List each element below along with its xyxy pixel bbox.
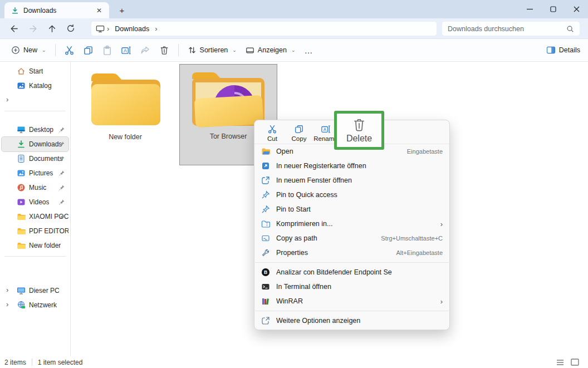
paste-button[interactable] — [98, 42, 117, 58]
search-icon — [566, 25, 574, 33]
sidebar-expand-chevron[interactable]: › — [2, 93, 68, 107]
sidebar-item-desktop[interactable]: Desktop — [2, 122, 68, 137]
search-box[interactable] — [442, 21, 580, 36]
circle-plus-icon — [11, 46, 20, 55]
back-button[interactable] — [4, 20, 23, 37]
menu-item-open-new-tab[interactable]: In neuer Registerkarte öffnen — [254, 159, 449, 173]
up-button[interactable] — [42, 20, 61, 37]
submenu-chevron-icon: › — [440, 220, 443, 228]
winrar-icon — [261, 297, 270, 306]
sort-button[interactable]: Sortieren⌄ — [183, 42, 241, 58]
refresh-button[interactable] — [61, 20, 80, 37]
sidebar-item-new-folder[interactable]: New folder — [2, 238, 68, 253]
chevron-right-icon[interactable]: › — [6, 300, 8, 308]
tab-close-icon[interactable]: ✕ — [94, 5, 105, 16]
computer-icon — [96, 25, 105, 33]
menu-item-bitdefender-scan[interactable]: B Analizar con Bitdefender Endpoint Se — [254, 265, 449, 279]
sidebar-item-documents[interactable]: Documents — [2, 151, 68, 166]
sidebar-item-downloads[interactable]: Downloads — [2, 137, 68, 151]
divider — [255, 311, 449, 311]
home-icon — [17, 67, 26, 76]
rename-button[interactable]: A — [117, 42, 136, 58]
submenu-chevron-icon: › — [440, 297, 443, 306]
search-input[interactable] — [448, 25, 566, 33]
open-new-window-icon — [261, 176, 270, 185]
copy-quick-action[interactable]: Copy — [286, 122, 312, 144]
menu-item-pin-start[interactable]: Pin to Start — [254, 202, 449, 217]
file-name: Tor Browser — [210, 133, 247, 140]
sidebar-item-xiaomi-poco[interactable]: XIAOMI POCO F — [2, 209, 68, 224]
bitdefender-icon: B — [261, 268, 270, 277]
sidebar-item-videos[interactable]: Videos — [2, 195, 68, 209]
menu-item-winrar[interactable]: WinRAR › — [254, 294, 449, 308]
sidebar-item-music[interactable]: Music — [2, 180, 68, 195]
pin-icon — [58, 184, 65, 191]
more-options-button[interactable]: … — [300, 42, 318, 58]
new-tab-button[interactable]: + — [115, 3, 129, 17]
delete-button[interactable] — [155, 42, 174, 58]
close-button[interactable] — [565, 0, 588, 18]
pin-icon — [58, 126, 65, 133]
menu-item-open-terminal[interactable]: In Terminal öffnen — [254, 279, 449, 294]
menu-item-compress[interactable]: Komprimieren in... › — [254, 217, 449, 231]
document-icon — [17, 154, 26, 163]
download-icon — [11, 7, 19, 14]
cut-button[interactable] — [60, 42, 79, 58]
menu-item-pin-quick-access[interactable]: Pin to Quick access — [254, 188, 449, 202]
rename-icon: A — [321, 124, 331, 134]
minimize-button[interactable] — [518, 0, 541, 18]
gallery-icon — [17, 81, 26, 90]
large-icons-view-toggle-icon[interactable] — [571, 359, 579, 366]
folder-icon — [17, 241, 26, 250]
chevron-right-icon: › — [6, 95, 8, 104]
pin-icon — [58, 141, 65, 148]
sidebar-item-dieser-pc[interactable]: › Dieser PC — [2, 283, 68, 298]
breadcrumb-chevron-icon: › — [107, 24, 109, 33]
sort-arrows-icon — [188, 46, 197, 55]
menu-item-open-new-window[interactable]: In neuem Fenster öffnen — [254, 173, 449, 188]
tab-downloads[interactable]: Downloads ✕ — [4, 2, 109, 18]
details-pane-button[interactable]: Details — [546, 46, 580, 54]
view-button[interactable]: Anzeigen⌄ — [241, 43, 300, 58]
chevron-down-icon: ⌄ — [232, 47, 237, 53]
svg-text:B: B — [264, 269, 267, 275]
svg-text:A: A — [124, 47, 127, 53]
sidebar-item-pdf-editor[interactable]: PDF EDITOR — [2, 224, 68, 238]
items-count: 2 items — [4, 359, 26, 366]
address-bar[interactable]: › Downloads › — [91, 21, 437, 36]
pin-icon — [58, 155, 65, 162]
pin-icon — [261, 190, 270, 199]
more-options-icon — [261, 316, 270, 325]
menu-item-copy-as-path[interactable]: Copy as path Strg+Umschalttaste+C — [254, 231, 449, 246]
pin-icon — [58, 199, 65, 205]
menu-item-properties[interactable]: Properties Alt+Eingabetaste — [254, 246, 449, 260]
sidebar-item-start[interactable]: Start — [2, 64, 68, 78]
chevron-down-icon: ⌄ — [42, 47, 46, 53]
new-button[interactable]: New⌄ — [7, 42, 51, 58]
details-pane-icon — [546, 46, 556, 54]
copy-icon — [294, 124, 304, 134]
chevron-right-icon[interactable]: › — [6, 286, 8, 294]
pin-icon — [58, 213, 65, 220]
file-name: New folder — [109, 133, 142, 141]
delete-annotation-highlight[interactable]: Delete — [334, 111, 384, 150]
forward-button[interactable] — [23, 20, 42, 37]
sidebar-item-pictures[interactable]: Pictures — [2, 166, 68, 180]
cut-icon — [267, 124, 277, 134]
details-view-toggle-icon[interactable] — [556, 359, 564, 366]
divider — [4, 111, 66, 111]
sidebar-item-netzwerk[interactable]: › Netzwerk — [2, 298, 68, 312]
pin-icon — [261, 205, 270, 214]
copy-button[interactable] — [79, 42, 98, 58]
sidebar-item-katalog[interactable]: Katalog — [2, 78, 68, 93]
file-tile-new-folder[interactable]: New folder — [76, 64, 174, 165]
menu-item-show-more-options[interactable]: Weitere Optionen anzeigen — [254, 313, 449, 328]
view-icon — [246, 46, 254, 55]
breadcrumb-downloads[interactable]: Downloads — [115, 25, 149, 33]
folder-icon — [17, 227, 26, 235]
share-button[interactable] — [136, 42, 155, 58]
sidebar: Start Katalog › Desktop Downloads — [0, 62, 71, 356]
navigation-bar: › Downloads › — [0, 18, 588, 39]
cut-quick-action[interactable]: Cut — [259, 122, 286, 144]
maximize-button[interactable] — [541, 0, 565, 18]
